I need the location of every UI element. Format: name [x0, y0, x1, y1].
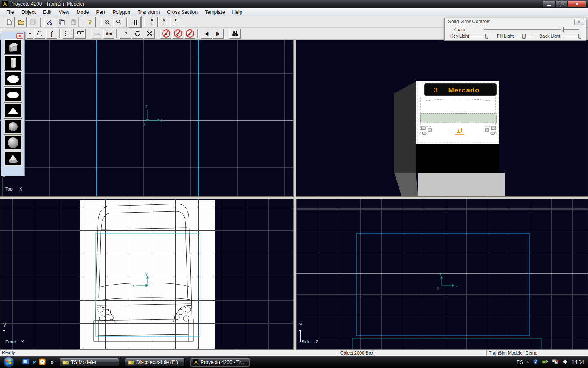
menu-polygon[interactable]: Polygon — [109, 9, 134, 16]
viewport-solid[interactable]: 3 Mercado D — [296, 40, 588, 197]
title-bar[interactable]: Proyecto 4200 - TrainSim Modeler × — [0, 0, 588, 8]
spline-icon: ∫ — [51, 31, 52, 37]
back-light-thumb[interactable] — [578, 34, 581, 39]
volume-icon[interactable] — [562, 359, 568, 366]
menu-help[interactable]: Help — [229, 9, 246, 16]
magnifier-plus-icon — [104, 19, 110, 25]
cut-button[interactable] — [44, 17, 55, 27]
add-button[interactable]: ADD — [91, 29, 102, 39]
taskbar-button-ts-modeler[interactable]: TS Modeler — [60, 358, 119, 367]
point-tool-button[interactable] — [27, 29, 33, 39]
cone-icon — [7, 153, 19, 164]
key-light-slider[interactable] — [470, 36, 488, 37]
lock-x-button[interactable]: x — [160, 29, 172, 39]
view-axes-indicator: Y Front →X Front →X — [3, 323, 22, 348]
taskbar-clock[interactable]: 14:04 — [572, 359, 584, 365]
menu-cross-section[interactable]: Cross Section — [163, 9, 201, 16]
help-button[interactable]: ? — [85, 17, 96, 27]
constrain-y-button[interactable]: y↔ — [158, 17, 169, 27]
animation-button[interactable]: Ani — [103, 29, 114, 39]
constrain-z-button[interactable]: z↔ — [170, 17, 181, 27]
menu-file[interactable]: File — [2, 9, 18, 16]
menu-template[interactable]: Template — [201, 9, 229, 16]
back-light-slider[interactable] — [563, 36, 581, 37]
view-label: Side — [301, 339, 310, 344]
status-object-info: Object:2000:Box — [338, 350, 486, 356]
menu-part[interactable]: Part — [93, 9, 109, 16]
copy-button[interactable] — [56, 17, 67, 27]
antivirus-shield-icon[interactable] — [533, 359, 538, 366]
minimize-icon — [547, 5, 551, 6]
taskbar-button-removable-disk[interactable]: Disco extraíble (E:) — [125, 358, 185, 367]
open-file-button[interactable] — [16, 17, 27, 27]
menu-mode[interactable]: Mode — [73, 9, 93, 16]
workspace: z y x Top →X Top →X 3 Mercado — [0, 40, 588, 350]
palette-close-button[interactable]: ✕ — [16, 33, 23, 39]
palette-tool-sphere[interactable] — [4, 119, 22, 135]
constrain-x-button[interactable]: x↔ — [147, 17, 158, 27]
zoom-slider-thumb[interactable] — [561, 27, 564, 32]
tray-collapse-chevron[interactable]: < — [527, 360, 529, 364]
paste-button[interactable] — [68, 17, 79, 27]
select-region-button[interactable] — [63, 29, 74, 39]
help-icon: ? — [88, 18, 92, 25]
cross-section-tool-button[interactable]: ∫ — [46, 29, 57, 39]
status-message: Ready — [0, 350, 236, 356]
next-button[interactable]: ▶ — [213, 29, 224, 39]
viewport-top[interactable]: z y x Top →X Top →X — [0, 40, 294, 197]
minimize-button[interactable] — [543, 1, 555, 8]
bus-front-black-band — [416, 144, 499, 173]
svg-text:y: y — [145, 271, 148, 276]
network-disconnected-icon[interactable] — [552, 359, 559, 366]
fill-light-thumb[interactable] — [522, 34, 526, 39]
close-button[interactable]: × — [568, 1, 586, 8]
previous-icon: ◀ — [205, 31, 208, 36]
menu-object[interactable]: Object — [18, 9, 39, 16]
zoom-in-button[interactable] — [101, 17, 112, 27]
show-desktop-icon[interactable] — [22, 358, 30, 366]
start-button[interactable] — [3, 356, 15, 368]
circle-tool-button[interactable] — [34, 29, 45, 39]
viewport-side[interactable]: y x z Y Side →Z Side →Z — [296, 199, 588, 350]
palette-tool-box[interactable] — [4, 39, 22, 55]
clock-gadget-icon[interactable] — [39, 358, 46, 366]
dialog-close-button[interactable]: ✕ — [574, 19, 584, 25]
scale-tool-button[interactable] — [144, 29, 155, 39]
move-tool-button[interactable]: ↗ — [120, 29, 131, 39]
key-light-thumb[interactable] — [485, 34, 488, 39]
ruler-icon — [77, 31, 84, 36]
previous-button[interactable]: ◀ — [201, 29, 212, 39]
menu-transform[interactable]: Transform — [134, 9, 163, 16]
internet-explorer-icon[interactable]: e — [33, 358, 36, 366]
language-indicator[interactable]: ES — [517, 359, 523, 365]
lock-z-button[interactable]: z — [184, 29, 195, 39]
palette-tool-cone[interactable] — [4, 151, 22, 166]
fill-light-slider[interactable] — [516, 36, 534, 37]
measure-button[interactable] — [75, 29, 86, 39]
palette-tool-disc[interactable] — [4, 71, 22, 87]
taskbar-button-proyecto-4200[interactable]: Proyecto 4200 - Trai... — [190, 358, 250, 367]
rotate-tool-button[interactable] — [132, 29, 143, 39]
power-plug-icon[interactable] — [542, 359, 548, 366]
new-file-button[interactable] — [4, 17, 15, 27]
palette-tool-cylinder[interactable] — [4, 55, 22, 71]
zoom-out-button[interactable] — [113, 17, 124, 27]
viewport-front[interactable]: y x Y Front →X Front →X — [0, 199, 294, 350]
palette-title-bar[interactable]: ✕ — [1, 32, 24, 39]
app-icon — [2, 1, 8, 7]
open-folder-icon — [18, 19, 24, 25]
disc-icon — [7, 75, 19, 83]
no-z-icon: z — [186, 29, 194, 38]
quick-launch-overflow[interactable]: » — [51, 359, 54, 365]
palette-tool-capsule[interactable] — [4, 87, 22, 103]
save-button[interactable] — [27, 17, 38, 27]
palette-tool-pyramid[interactable] — [4, 103, 22, 119]
menu-edit[interactable]: Edit — [39, 9, 55, 16]
find-button[interactable] — [229, 29, 241, 39]
restore-button[interactable] — [555, 1, 568, 8]
lock-y-button[interactable]: y — [172, 29, 183, 39]
palette-tool-geosphere[interactable] — [4, 135, 22, 150]
grid-toggle-button[interactable] — [130, 17, 141, 27]
menu-view[interactable]: View — [55, 9, 73, 16]
zoom-slider[interactable] — [484, 29, 579, 30]
